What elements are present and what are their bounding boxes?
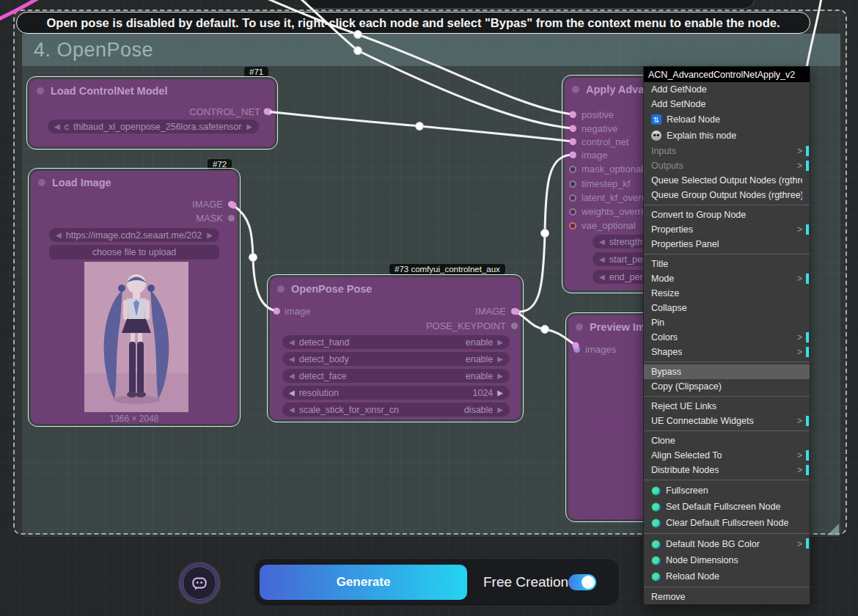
output-port-mask[interactable] [228,215,235,221]
widget-right-arrow-icon[interactable] [497,406,503,414]
widget-right-arrow-icon[interactable] [497,355,503,363]
free-creation-toggle[interactable] [568,574,596,590]
menu-item-reload-node-2[interactable]: Reload Node [644,568,810,584]
output-port-image[interactable] [511,308,518,315]
generate-button[interactable]: Generate [260,565,467,600]
menu-item-resize[interactable]: Resize [644,286,810,301]
menu-item-collapse[interactable]: Collapse [644,301,810,315]
menu-item-bypass[interactable]: Bypass [644,364,810,379]
menu-item-convert-to-group-node[interactable]: Convert to Group Node [644,208,810,222]
output-port-pose-keypoint[interactable] [511,323,518,329]
menu-item-mode[interactable]: Mode [644,271,810,286]
widget-image-url[interactable]: https://image.cdn2.seaart.me/2025-... [49,228,219,242]
menu-item-explain-this-node[interactable]: Explain this node [644,128,810,144]
collapse-dot-icon[interactable] [37,87,44,95]
menu-item-ue-connectable-widgets[interactable]: UE Connectable Widgets [644,414,810,428]
input-port-control-net[interactable] [570,139,576,145]
input-port-negative[interactable] [570,125,576,132]
menu-item-reject-ue-links[interactable]: Reject UE Links [644,399,810,414]
menu-item-shapes[interactable]: Shapes [644,345,810,359]
menu-item-colors[interactable]: Colors [644,330,810,345]
widget-value: enable [466,371,494,381]
node-openpose-pose[interactable]: OpenPose Pose image IMAGE POSE_KEYPOINT … [267,274,524,422]
menu-item-queue-selected-output-nodes[interactable]: Queue Selected Output Nodes (rgthree) [644,173,810,188]
group-header[interactable]: 4. OpenPose [22,34,840,66]
free-creation-label: Free Creation [483,559,568,606]
menu-item-reload-node[interactable]: Reload Node [644,111,810,128]
collapse-dot-icon[interactable] [572,86,579,93]
widget-detect-body[interactable]: detect_body enable [282,352,510,366]
toggle-knob [582,576,595,589]
widget-right-arrow-icon[interactable] [497,372,503,380]
widget-left-arrow-icon[interactable] [289,355,295,363]
input-port-image[interactable] [274,308,280,315]
widget-detect-face[interactable]: detect_face enable [282,369,510,383]
menu-item-properties[interactable]: Properties [644,222,810,237]
menu-item-pin[interactable]: Pin [644,315,810,330]
menu-item-clear-default-fullscreen-node[interactable]: Clear Default Fullscreen Node [644,515,810,531]
output-port-control-net[interactable] [265,109,272,115]
input-port-positive[interactable] [570,111,576,118]
menu-item-default-node-bg-color[interactable]: Default Node BG Color [644,536,810,552]
combo-prefix: c [65,122,69,132]
widget-left-arrow-icon[interactable] [289,372,295,380]
node-load-controlnet-model[interactable]: Load ControlNet Model CONTROL_NET c thib… [26,76,278,150]
menu-item-set-default-fullscreen-node[interactable]: Set Default Fullscreen Node [644,499,810,515]
collapse-dot-icon[interactable] [576,323,583,331]
widget-resolution[interactable]: resolution 1024 [282,386,510,400]
input-port-images[interactable] [573,346,580,353]
collapse-dot-icon[interactable] [38,179,45,186]
widget-right-arrow-icon[interactable] [497,338,503,346]
widget-left-arrow-icon[interactable] [599,238,605,246]
collapse-dot-icon[interactable] [277,285,285,293]
menu-item-inputs[interactable]: Inputs [644,144,810,158]
group-resize-handle[interactable] [827,524,839,535]
menu-item-add-setnode[interactable]: Add SetNode [644,97,810,111]
assistant-bot-button[interactable] [178,562,221,604]
menu-item-label: Resize [651,288,679,298]
character-illustration [84,262,188,412]
widget-left-arrow-icon[interactable] [289,338,295,346]
submenu-arrow-icon [797,332,802,342]
menu-item-title[interactable]: Title [644,257,810,271]
combo-left-arrow-icon[interactable] [54,122,60,131]
menu-item-align-selected-to[interactable]: Align Selected To [644,448,810,463]
menu-item-properties-panel[interactable]: Properties Panel [644,237,810,252]
combo-left-arrow-icon[interactable] [56,231,62,239]
widget-left-arrow-icon[interactable] [599,273,605,281]
node-canvas[interactable]: 4. OpenPose Open pose is disabled by def… [0,0,858,616]
menu-item-label: Properties [651,224,693,235]
widget-left-arrow-icon[interactable] [289,389,295,397]
menu-item-node-dimensions[interactable]: Node Dimensions [644,552,810,568]
input-port-mask-optional[interactable] [569,166,576,173]
menu-item-fullscreen[interactable]: Fullscreen [644,483,810,499]
widget-left-arrow-icon[interactable] [289,406,295,414]
output-label-image: IMAGE [192,199,223,210]
input-port-weights-override[interactable] [569,208,576,216]
menu-item-label: Default Node BG Color [666,539,760,549]
input-port-vae-optional[interactable] [569,222,576,230]
menu-item-distribute-nodes[interactable]: Distribute Nodes [644,463,810,477]
widget-controlnet-name[interactable]: c thibaud_xl_openpose_256lora.safetensor… [48,120,259,133]
menu-item-add-getnode[interactable]: Add GetNode [644,82,810,97]
widget-detect-hand[interactable]: detect_hand enable [282,335,510,349]
output-port-image[interactable] [228,201,235,208]
menu-item-copy-clipspace[interactable]: Copy (Clipspace) [644,379,810,394]
widget-left-arrow-icon[interactable] [599,255,605,263]
input-port-image[interactable] [570,152,576,158]
widget-right-arrow-icon[interactable] [497,389,503,397]
input-port-latent-kf-override[interactable] [569,194,576,202]
upload-button[interactable]: choose file to upload [49,245,219,260]
menu-item-queue-group-output-nodes[interactable]: Queue Group Output Nodes (rgthree) [644,188,810,202]
menu-item-remove[interactable]: Remove [644,590,810,604]
combo-right-arrow-icon[interactable] [207,231,213,239]
menu-item-clone[interactable]: Clone [644,433,810,448]
input-port-timestep-kf[interactable] [569,180,576,188]
widget-scale-stick[interactable]: scale_stick_for_xinsr_cn disable [282,403,510,417]
combo-right-arrow-icon[interactable] [246,122,252,131]
node-title: Preview Ima [590,321,651,333]
input-label-image: image [285,306,310,317]
node-load-image[interactable]: Load Image IMAGE MASK https://image.cdn2… [28,168,241,427]
menu-item-outputs[interactable]: Outputs [644,158,810,173]
reload-icon [651,114,661,125]
